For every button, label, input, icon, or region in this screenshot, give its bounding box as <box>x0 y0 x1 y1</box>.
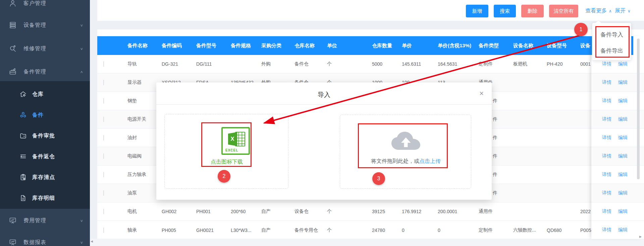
sidebar-subitem-approval[interactable]: 备件审批 <box>0 127 90 144</box>
row-checkbox[interactable] <box>103 117 104 122</box>
table-cell: 通用件 <box>479 208 513 214</box>
chevron-down-icon: ∨ <box>80 23 83 27</box>
action-row: 详情编辑 <box>591 202 644 221</box>
add-button[interactable]: 新增 <box>466 5 488 17</box>
sidebar-item-repair[interactable]: 维修管理∨ <box>0 39 90 58</box>
spares-icon <box>9 68 17 76</box>
view-more-link[interactable]: 查看更多∧ <box>585 7 612 14</box>
row-checkbox[interactable] <box>103 135 104 140</box>
sidebar-subitem-label: 备件 <box>32 112 44 119</box>
detail-link[interactable]: 详情 <box>602 116 611 122</box>
click-upload-link[interactable]: 点击上传 <box>419 158 441 164</box>
table-row: 导轨DG-321DG/111外购备件仓个5000145.6311164.5631… <box>97 55 644 73</box>
row-checkbox[interactable] <box>103 98 104 104</box>
detail-link[interactable]: 详情 <box>602 227 611 233</box>
column-header: 单位 <box>327 43 372 49</box>
table-cell: 外购 <box>261 61 294 67</box>
table-cell: 0 <box>402 228 438 233</box>
chevron-up-icon: ∧ <box>80 70 83 74</box>
sidebar-subitem-return[interactable]: 备件返仓 <box>0 148 90 165</box>
more-actions-dropdown: 备件导入备件导出 <box>592 23 631 60</box>
sidebar-item-report[interactable]: 数据报表∨ <box>0 233 90 246</box>
sidebar-subitem-label: 库存清点 <box>32 174 55 181</box>
table-cell: 备件专用仓 <box>294 227 327 233</box>
detail-link[interactable]: 详情 <box>602 190 611 196</box>
expand-link[interactable]: 展开∨ <box>615 7 631 14</box>
detail-link[interactable]: 详情 <box>602 135 611 141</box>
horizontal-scrollbar[interactable] <box>90 239 644 246</box>
sidebar-item-customer[interactable]: 客户管理 <box>0 0 90 13</box>
scroll-left-icon[interactable]: ◀ <box>91 240 93 243</box>
table-cell: 自产 <box>261 227 294 233</box>
edit-link[interactable]: 编辑 <box>618 116 628 122</box>
close-icon[interactable]: × <box>479 90 484 97</box>
upload-dropzone[interactable]: 将文件拖到此处，或点击上传 <box>340 115 471 189</box>
edit-link[interactable]: 编辑 <box>618 172 628 178</box>
table-cell: 个 <box>327 208 372 214</box>
edit-link[interactable]: 编辑 <box>618 135 628 141</box>
parts-icon <box>19 111 27 119</box>
action-row: 详情编辑 <box>591 73 644 92</box>
edit-link[interactable]: 编辑 <box>618 79 628 85</box>
dropdown-caret <box>596 20 601 26</box>
template-download-box[interactable]: X EXCEL 点击图标下载 <box>164 114 288 189</box>
table-cell: 备件仓 <box>294 61 327 67</box>
table-header-row: 备件名称备件编码备件型号备件规格采购分类仓库名称单位仓库数量单价单价(含税13%… <box>97 36 644 55</box>
detail-link[interactable]: 详情 <box>602 153 611 159</box>
edit-link[interactable]: 编辑 <box>618 153 628 159</box>
detail-link[interactable]: 详情 <box>602 172 611 178</box>
column-header: 设备型号 <box>547 43 580 49</box>
detail-link[interactable]: 详情 <box>602 98 611 104</box>
table-cell: 个 <box>327 61 372 67</box>
sidebar-subitem-label: 备件返仓 <box>32 153 55 160</box>
row-checkbox[interactable] <box>103 61 104 67</box>
sidebar-subitem-label: 备件审批 <box>32 132 55 139</box>
scroll-right-icon[interactable]: ▶ <box>639 235 642 238</box>
stockdetail-icon <box>19 194 27 202</box>
row-checkbox[interactable] <box>103 172 104 177</box>
sidebar-subitem-parts[interactable]: 备件 <box>0 107 90 123</box>
sidebar-subitem-label: 仓库 <box>32 91 44 98</box>
row-checkbox[interactable] <box>103 209 104 214</box>
excel-icon[interactable]: X EXCEL <box>221 127 250 155</box>
dropdown-item-parts-export[interactable]: 备件导出 <box>600 47 623 55</box>
sidebar-subitem-stockdetail[interactable]: 库存明细 <box>0 190 90 206</box>
table-cell: 200*60 <box>231 209 261 214</box>
clear-all-button[interactable]: 清空所有 <box>549 5 578 17</box>
edit-link[interactable]: 编辑 <box>618 98 628 104</box>
row-checkbox[interactable] <box>103 190 104 196</box>
table-cell: DG-321 <box>162 61 196 67</box>
sidebar-subitem-warehouse[interactable]: 仓库 <box>0 86 90 103</box>
dropdown-item-parts-import[interactable]: 备件导入 <box>600 31 623 39</box>
edit-link[interactable]: 编辑 <box>618 61 628 67</box>
sidebar-subitem-stocktake[interactable]: 库存清点 <box>0 169 90 186</box>
detail-link[interactable]: 详情 <box>602 79 611 85</box>
device-icon <box>9 21 17 29</box>
delete-button[interactable]: 删除 <box>521 5 544 17</box>
row-checkbox[interactable] <box>103 80 104 85</box>
row-checkbox[interactable] <box>103 153 104 159</box>
vertical-scrollbar[interactable] <box>637 39 640 179</box>
sidebar-item-label: 备件管理 <box>23 68 46 75</box>
download-caption[interactable]: 点击图标下载 <box>165 159 289 166</box>
sidebar-item-spares[interactable]: 备件管理∧ <box>0 62 90 81</box>
chevron-down-icon: ∨ <box>80 47 83 51</box>
sidebar-item-label: 客户管理 <box>23 0 46 7</box>
report-icon <box>9 238 17 246</box>
upload-cloud-icon[interactable] <box>390 129 422 151</box>
action-row: 详情编辑 <box>591 184 644 202</box>
sidebar-item-expense[interactable]: 费用管理∨ <box>0 211 90 230</box>
expense-icon <box>9 217 17 225</box>
detail-link[interactable]: 详情 <box>602 61 611 67</box>
chevron-down-icon: ∨ <box>80 240 83 244</box>
search-button[interactable]: 搜索 <box>494 5 516 17</box>
sidebar-item-device[interactable]: 设备管理∨ <box>0 16 90 35</box>
row-checkbox[interactable] <box>103 228 104 233</box>
detail-link[interactable]: 详情 <box>602 208 611 214</box>
action-row: 详情编辑 <box>591 110 644 129</box>
edit-link[interactable]: 编辑 <box>618 208 628 214</box>
table-cell: PH005 <box>162 228 196 233</box>
column-header: 备件编码 <box>162 43 196 49</box>
edit-link[interactable]: 编辑 <box>618 227 628 233</box>
edit-link[interactable]: 编辑 <box>618 190 628 196</box>
